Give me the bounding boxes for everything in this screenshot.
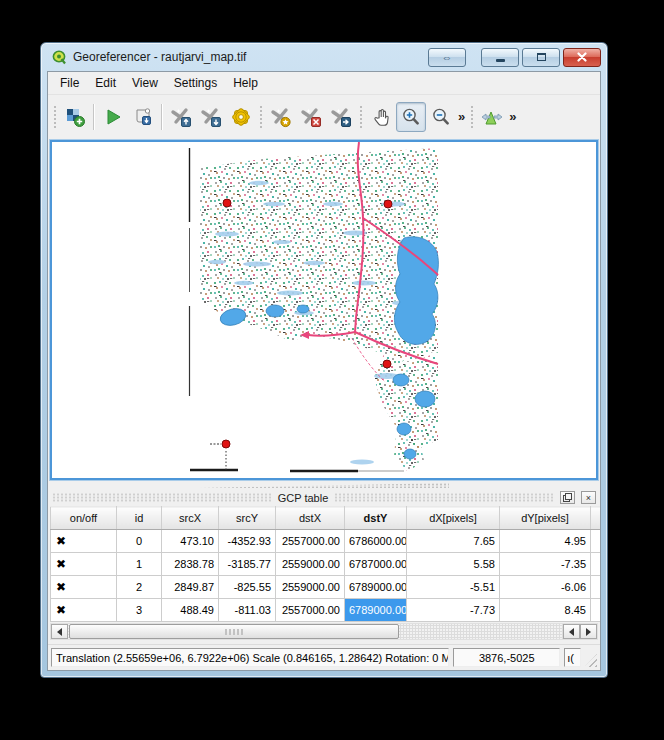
- cell-srcy[interactable]: -3185.77: [219, 553, 276, 576]
- start-georeferencing-button[interactable]: [98, 102, 128, 132]
- open-raster-button[interactable]: [60, 102, 90, 132]
- gcp-point-marker[interactable]: [384, 200, 393, 209]
- onoff-checkbox[interactable]: ✖: [51, 599, 117, 622]
- maximize-icon[interactable]: [522, 48, 560, 67]
- move-point-icon: [330, 106, 352, 128]
- selected-cell[interactable]: 6789000.00: [345, 599, 407, 622]
- zoom-in-button[interactable]: [396, 102, 426, 132]
- save-gcp-points-button[interactable]: [196, 102, 226, 132]
- onoff-checkbox[interactable]: ✖: [51, 576, 117, 599]
- col-header-dstx[interactable]: dstX: [276, 507, 345, 530]
- menu-file[interactable]: File: [52, 73, 87, 93]
- cell-dy[interactable]: -7.35: [500, 553, 591, 576]
- transformation-settings-button[interactable]: [226, 102, 256, 132]
- cell-dx[interactable]: 7.65: [407, 530, 500, 553]
- load-gcp-icon: [170, 106, 192, 128]
- col-header-id[interactable]: id: [117, 507, 162, 530]
- cell-id[interactable]: 3: [117, 599, 162, 622]
- toolbar-drag-handle[interactable]: [358, 104, 364, 130]
- col-header-dy[interactable]: dY[pixels]: [500, 507, 591, 530]
- resize-grip[interactable]: [585, 654, 597, 667]
- cell-dx[interactable]: -5.51: [407, 576, 500, 599]
- cell-id[interactable]: 0: [117, 530, 162, 553]
- cell-dx[interactable]: -7.73: [407, 599, 500, 622]
- toolbar-overflow-icon[interactable]: »: [507, 104, 518, 130]
- col-header-onoff[interactable]: on/off: [51, 507, 117, 530]
- col-header-srcx[interactable]: srcX: [162, 507, 219, 530]
- add-point-button[interactable]: [266, 102, 296, 132]
- cell-dsty[interactable]: 6789000.00: [345, 576, 407, 599]
- map-canvas[interactable]: [50, 140, 598, 480]
- cell-srcx[interactable]: 2849.87: [162, 576, 219, 599]
- scrollbar-track[interactable]: [399, 624, 563, 639]
- scroll-right-arrow-icon[interactable]: [580, 624, 597, 639]
- gcp-point-marker[interactable]: [223, 199, 232, 208]
- menu-help[interactable]: Help: [225, 73, 266, 93]
- scrollbar-thumb[interactable]: [69, 624, 399, 639]
- toolbar-drag-handle[interactable]: [469, 104, 475, 130]
- col-header-srcy[interactable]: srcY: [219, 507, 276, 530]
- pan-button[interactable]: [366, 102, 396, 132]
- gcp-point-marker[interactable]: [222, 440, 231, 449]
- cell-id[interactable]: 2: [117, 576, 162, 599]
- onoff-checkbox[interactable]: ✖: [51, 553, 117, 576]
- script-icon: [132, 106, 154, 128]
- cell-srcx[interactable]: 473.10: [162, 530, 219, 553]
- cell-dy[interactable]: -6.06: [500, 576, 591, 599]
- status-extra: ı(: [564, 648, 580, 667]
- transform-status: Translation (2.55659e+06, 6.7922e+06) Sc…: [51, 648, 449, 667]
- toolbar-drag-handle[interactable]: [258, 104, 264, 130]
- scroll-left-arrow-icon[interactable]: [51, 624, 68, 639]
- cell-id[interactable]: 1: [117, 553, 162, 576]
- cell-dy[interactable]: 8.45: [500, 599, 591, 622]
- scroll-left-arrow-icon[interactable]: [563, 624, 580, 639]
- dock-close-icon[interactable]: ×: [581, 491, 596, 504]
- zoom-to-raster-icon: [480, 106, 504, 128]
- gdal-script-button[interactable]: [128, 102, 158, 132]
- gcp-row-0: ✖ 0 473.10 -4352.93 2557000.00 6786000.0…: [51, 530, 602, 553]
- save-gcp-icon: [200, 106, 222, 128]
- dock-float-icon[interactable]: [560, 491, 575, 504]
- cell-dstx[interactable]: 2559000.00: [276, 553, 345, 576]
- gcp-dock-titlebar[interactable]: GCP table ×: [48, 489, 600, 506]
- menu-view[interactable]: View: [124, 73, 166, 93]
- minimize-icon[interactable]: [481, 48, 519, 67]
- cell-srcy[interactable]: -4352.93: [219, 530, 276, 553]
- gear-icon: [230, 106, 252, 128]
- gcp-dock-title: GCP table: [278, 492, 329, 504]
- cell-dx[interactable]: 5.58: [407, 553, 500, 576]
- cell-srcy[interactable]: -825.55: [219, 576, 276, 599]
- titlebar[interactable]: Georeferencer - rautjarvi_map.tif ⇔: [41, 43, 607, 71]
- dock-splitter[interactable]: [48, 481, 600, 489]
- cell-dstx[interactable]: 2559000.00: [276, 576, 345, 599]
- zoom-to-raster-button[interactable]: [477, 102, 507, 132]
- cell-dy[interactable]: 4.95: [500, 530, 591, 553]
- menu-settings[interactable]: Settings: [166, 73, 225, 93]
- open-raster-icon: [64, 106, 86, 128]
- gcp-point-marker[interactable]: [383, 360, 392, 369]
- col-header-dx[interactable]: dX[pixels]: [407, 507, 500, 530]
- load-gcp-points-button[interactable]: [166, 102, 196, 132]
- resize-icon[interactable]: ⇔: [428, 48, 466, 67]
- cell-srcx[interactable]: 2838.78: [162, 553, 219, 576]
- onoff-checkbox[interactable]: ✖: [51, 530, 117, 553]
- cell-srcx[interactable]: 488.49: [162, 599, 219, 622]
- cell-dstx[interactable]: 2557000.00: [276, 599, 345, 622]
- gcp-row-2: ✖ 2 2849.87 -825.55 2559000.00 6789000.0…: [51, 576, 602, 599]
- toolbar-overflow-icon[interactable]: »: [456, 104, 467, 130]
- toolbar: » »: [48, 95, 600, 139]
- zoom-out-button[interactable]: [426, 102, 456, 132]
- cell-dsty[interactable]: 6786000.00: [345, 530, 407, 553]
- statusbar: Translation (2.55659e+06, 6.7922e+06) Sc…: [48, 644, 600, 670]
- menu-edit[interactable]: Edit: [87, 73, 124, 93]
- close-icon[interactable]: [563, 48, 601, 67]
- cell-srcy[interactable]: -811.03: [219, 599, 276, 622]
- georeferencer-window: Georeferencer - rautjarvi_map.tif ⇔ File…: [40, 42, 608, 678]
- move-point-button[interactable]: [326, 102, 356, 132]
- col-header-dsty[interactable]: dstY: [345, 507, 407, 530]
- table-horizontal-scrollbar[interactable]: [50, 623, 598, 640]
- cell-dstx[interactable]: 2557000.00: [276, 530, 345, 553]
- cell-dsty[interactable]: 6787000.00: [345, 553, 407, 576]
- toolbar-drag-handle[interactable]: [52, 104, 58, 130]
- delete-point-button[interactable]: [296, 102, 326, 132]
